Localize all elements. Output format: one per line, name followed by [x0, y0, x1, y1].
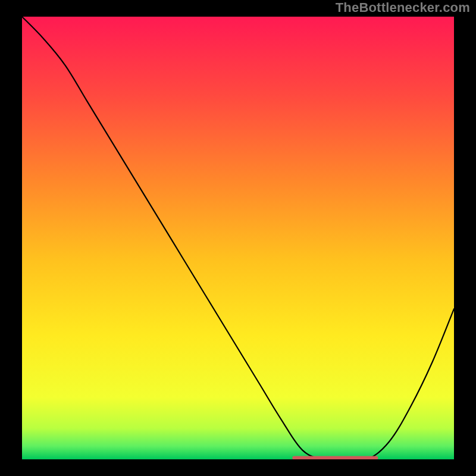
- gradient-background: [22, 17, 454, 459]
- chart-svg: [0, 0, 476, 476]
- chart-frame: TheBottlenecker.com: [0, 0, 476, 476]
